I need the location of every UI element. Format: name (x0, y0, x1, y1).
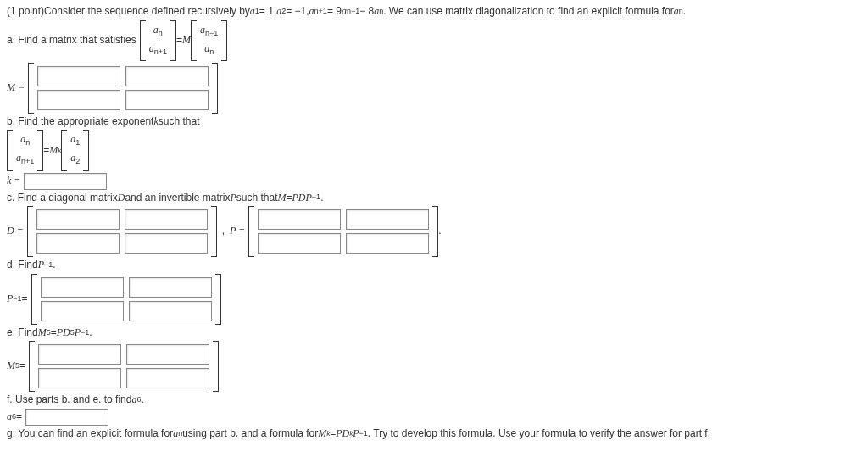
sub-np1: n+1 (314, 7, 327, 17)
k-input[interactable] (24, 173, 107, 190)
matrix-M-input (28, 63, 218, 114)
P-cell-11[interactable] (258, 209, 341, 230)
trailing-dot-c: . (438, 225, 441, 238)
M-cell-11[interactable] (37, 66, 120, 86)
part-a-prompt: a. Find a matrix that satisfies an an+1 … (7, 20, 861, 61)
M5-cell-12[interactable] (126, 344, 209, 365)
intro-dot: . (683, 5, 686, 19)
k-equals-label: k = (7, 175, 20, 188)
matrix-M-sym: M (182, 34, 191, 47)
eq-rec: = 9 (327, 5, 342, 19)
part-b-equation: an an+1 = Mk a1 a2 (7, 130, 861, 170)
vector-anm1-an: an−1 an (191, 20, 227, 61)
Pinv-cell-22[interactable] (129, 301, 212, 321)
part-c-inputs: D = , P = . (7, 206, 861, 257)
points-label: (1 point) (7, 5, 44, 19)
eq-a: = (176, 34, 182, 47)
sub-nm1: n−1 (347, 7, 359, 17)
M5-cell-11[interactable] (38, 344, 121, 365)
matrix-Pinv-input (31, 274, 221, 325)
vector-b-right: a1 a2 (61, 130, 89, 170)
part-a-label: a. Find a matrix that satisfies (7, 34, 136, 47)
minus-8: − 8 (359, 5, 374, 19)
P-equals-label: P = (230, 225, 245, 238)
Mk-sym: M (49, 144, 58, 158)
M-equals-label: M = (7, 81, 25, 95)
M5-cell-22[interactable] (126, 368, 209, 388)
k-input-row: k = (7, 173, 861, 190)
part-e-label: e. Find M5 = PD5P−1. (7, 326, 861, 340)
part-b-label: b. Find the appropriate exponent k such … (7, 115, 861, 129)
matrix-D-input (27, 206, 217, 257)
P-cell-21[interactable] (258, 233, 341, 254)
D-equals-label: D = (7, 225, 24, 238)
M-cell-12[interactable] (125, 66, 209, 86)
intro-line: (1 point) Consider the sequence defined … (7, 5, 861, 19)
part-d-label: d. Find P−1. (7, 259, 861, 272)
M-cell-22[interactable] (125, 90, 209, 110)
part-d-inputs: P−1 = (7, 274, 861, 325)
D-cell-12[interactable] (125, 209, 208, 230)
Pinv-label: P (7, 293, 13, 306)
Pinv-cell-12[interactable] (129, 277, 212, 298)
matrix-M5-input (29, 341, 219, 392)
eq-a2: = −1, (286, 5, 309, 19)
comma: , (222, 225, 225, 238)
a6-input-row: a6 = (7, 409, 861, 426)
eq-a1: = 1, (259, 5, 276, 19)
M5-cell-21[interactable] (38, 368, 121, 388)
P-cell-22[interactable] (346, 233, 429, 254)
intro-text-1: Consider the sequence defined recursivel… (44, 5, 250, 19)
vector-b-left: an an+1 (7, 130, 43, 170)
Pinv-cell-11[interactable] (41, 277, 124, 298)
matrix-P-input (248, 206, 438, 257)
M5-label: M (7, 360, 15, 373)
part-e-inputs: M5 = (7, 341, 861, 392)
part-g-label: g. You can find an explicit formula for … (7, 427, 861, 441)
D-cell-21[interactable] (36, 233, 120, 254)
a6-input[interactable] (25, 409, 108, 426)
M-cell-21[interactable] (37, 90, 120, 110)
part-c-label: c. Find a diagonal matrix D and an inver… (7, 192, 861, 205)
intro-tail: . We can use matrix diagonalization to f… (383, 5, 674, 19)
D-cell-22[interactable] (125, 233, 208, 254)
D-cell-11[interactable] (36, 209, 120, 230)
Pinv-cell-21[interactable] (41, 301, 124, 321)
vector-an-anp1: an an+1 (140, 20, 176, 61)
part-f-label: f. Use parts b. and e. to find a6. (7, 393, 861, 407)
matrix-M-input-row: M = (7, 63, 861, 114)
P-cell-12[interactable] (346, 209, 429, 230)
